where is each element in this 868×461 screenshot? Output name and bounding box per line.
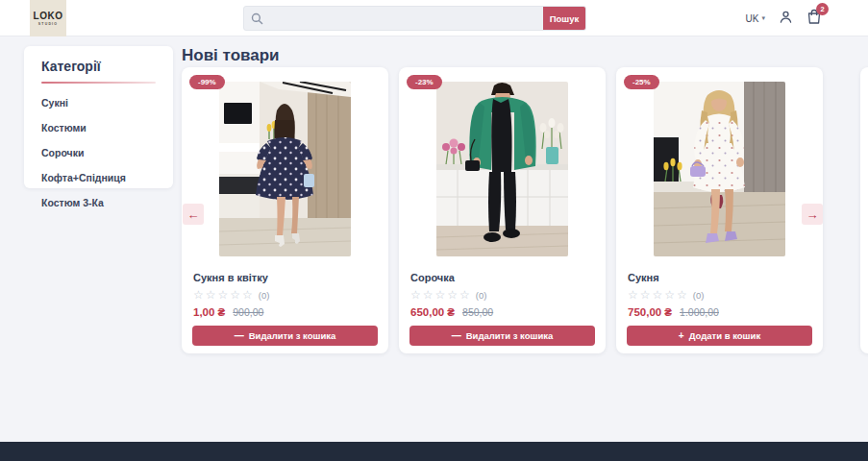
store-logo[interactable]: LOKO STUDIO (30, 0, 66, 36)
star-icon: ☆ (664, 289, 675, 301)
user-icon (779, 10, 793, 28)
star-icon: ☆ (410, 289, 421, 301)
old-price: 900,00 (233, 306, 263, 318)
star-icon: ☆ (206, 289, 216, 301)
search-bar: Пошук (243, 6, 586, 31)
page-title: Нові товари (182, 46, 280, 65)
arrow-right-icon: → (806, 207, 819, 222)
language-selector[interactable]: UK ▾ (746, 13, 765, 24)
footer-bar (0, 442, 868, 461)
product-card: -23% (399, 67, 606, 353)
sidebar-item-sorochky[interactable]: Сорочки (41, 147, 156, 158)
logo-title: LOKO (34, 11, 63, 21)
search-button[interactable]: Пошук (543, 7, 585, 30)
product-card: -25% (616, 67, 823, 353)
sidebar-underline (41, 82, 156, 84)
header: LOKO STUDIO Пошук UK ▾ (0, 0, 868, 36)
sidebar-item-kostium-3ka[interactable]: Костюм 3-Ка (41, 197, 156, 208)
search-icon (244, 7, 269, 30)
product-card: -99% (182, 67, 388, 353)
discount-badge: -23% (407, 75, 442, 89)
price-row: 650,00 ₴ 850,00 (399, 306, 606, 318)
product-image[interactable] (219, 82, 351, 256)
star-icon: ☆ (423, 289, 434, 301)
language-label: UK (746, 13, 759, 24)
sidebar-title: Категорії (41, 59, 156, 74)
cart-button-label: Видалити з кошика (466, 330, 554, 341)
star-icon: ☆ (447, 289, 458, 301)
search-input[interactable] (269, 7, 543, 30)
product-name[interactable]: Сорочка (399, 272, 606, 283)
old-price: 1.000,00 (680, 306, 719, 318)
cart-count-badge: 2 (816, 3, 829, 15)
categories-sidebar: Категорії Сукні Костюми Сорочки Кофта+Сп… (24, 46, 173, 188)
discount-badge: -99% (189, 75, 225, 89)
product-image[interactable] (654, 82, 785, 256)
current-price: 1,00 ₴ (193, 306, 225, 318)
star-icon: ☆ (218, 289, 229, 301)
header-actions: UK ▾ 2 (746, 0, 822, 36)
price-row: 750,00 ₴ 1.000,00 (616, 306, 823, 318)
star-icon: ☆ (435, 289, 446, 301)
cart-button[interactable]: 2 (806, 9, 822, 29)
rating-count: (0) (259, 290, 270, 301)
arrow-left-icon: ← (187, 207, 200, 222)
rating-count: (0) (693, 290, 705, 301)
product-rating: ☆☆☆☆☆ (0) (399, 289, 606, 301)
star-icon: ☆ (230, 289, 240, 301)
star-icon: ☆ (242, 289, 253, 301)
product-name[interactable]: Сукня в квітку (182, 272, 388, 283)
carousel-prev-button[interactable]: ← (183, 204, 204, 225)
carousel-next-button[interactable]: → (802, 204, 823, 225)
star-icon: ☆ (640, 289, 651, 301)
plus-icon: + (679, 330, 684, 341)
star-icon: ☆ (459, 289, 470, 301)
product-name[interactable]: Сукня (616, 272, 823, 283)
sidebar-item-kostiumy[interactable]: Костюми (41, 122, 156, 133)
price-row: 1,00 ₴ 900,00 (182, 306, 388, 318)
sidebar-item-kofta-spidnytsia[interactable]: Кофта+Спідниця (41, 172, 156, 183)
product-card-partial (860, 67, 868, 353)
current-price: 750,00 ₴ (628, 306, 672, 318)
minus-icon: — (235, 330, 244, 341)
logo-subtitle: STUDIO (38, 22, 58, 26)
remove-from-cart-button[interactable]: — Видалити з кошика (409, 326, 595, 346)
star-icon: ☆ (628, 289, 638, 301)
account-button[interactable] (779, 10, 793, 28)
star-icon: ☆ (653, 289, 663, 301)
old-price: 850,00 (462, 306, 493, 318)
chevron-down-icon: ▾ (761, 14, 765, 22)
remove-from-cart-button[interactable]: — Видалити з кошика (192, 326, 378, 346)
cart-button-label: Видалити з кошика (249, 330, 336, 341)
star-icon: ☆ (677, 289, 687, 301)
star-icon: ☆ (193, 289, 204, 301)
current-price: 650,00 ₴ (410, 306, 455, 318)
sidebar-item-sukni[interactable]: Сукні (41, 97, 156, 109)
rating-count: (0) (476, 290, 487, 301)
cart-button-label: Додати в кошик (689, 330, 760, 341)
add-to-cart-button[interactable]: + Додати в кошик (627, 326, 812, 346)
storefront-page: LOKO STUDIO Пошук UK ▾ (0, 0, 868, 461)
product-image[interactable] (436, 82, 568, 256)
product-rating: ☆☆☆☆☆ (0) (182, 289, 388, 301)
minus-icon: — (452, 330, 461, 341)
product-rating: ☆☆☆☆☆ (0) (616, 289, 823, 301)
discount-badge: -25% (624, 75, 659, 89)
